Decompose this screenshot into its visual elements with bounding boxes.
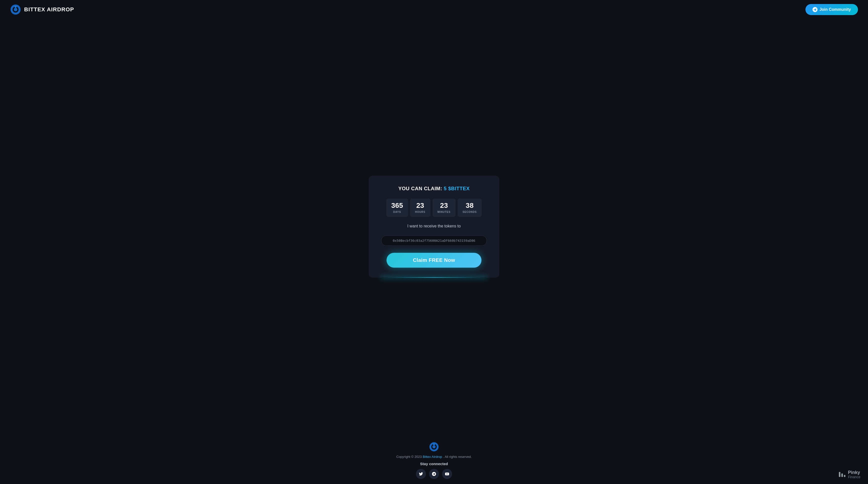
- claim-button[interactable]: Claim FREE Now: [386, 253, 482, 268]
- copyright-text: Copyright © 2023: [396, 455, 422, 459]
- svg-rect-8: [839, 472, 840, 477]
- claim-amount: 5 $BITTEX: [444, 186, 470, 191]
- svg-point-2: [14, 8, 17, 11]
- svg-point-3: [14, 6, 17, 8]
- telegram-icon: [812, 7, 817, 12]
- svg-rect-10: [844, 475, 845, 477]
- hours-block: 23 HOURS: [410, 199, 431, 217]
- seconds-value: 38: [466, 202, 473, 209]
- join-btn-label: Join Community: [819, 7, 851, 12]
- days-value: 365: [391, 202, 403, 209]
- wallet-address: 0x50Becbf36c03a2f75600A21aDF660b743159aD…: [381, 236, 487, 246]
- join-community-button[interactable]: Join Community: [805, 4, 858, 15]
- minutes-label: MINUTES: [437, 211, 451, 213]
- pinky-icon: [838, 471, 846, 478]
- navbar: BITTEX AIRDROP Join Community: [0, 0, 868, 19]
- telegram-button[interactable]: [429, 469, 439, 479]
- youtube-icon: [445, 472, 449, 476]
- days-block: 365 DAYS: [386, 199, 408, 217]
- hours-label: HOURS: [415, 211, 426, 213]
- minutes-value: 23: [440, 202, 448, 209]
- brand-logo: [10, 4, 21, 15]
- pinky-name: Pinky: [848, 470, 861, 475]
- twitter-button[interactable]: [416, 469, 426, 479]
- brand-link[interactable]: Bittex Airdrop: [423, 455, 442, 459]
- hours-value: 23: [416, 202, 424, 209]
- claim-prefix: YOU CAN CLAIM:: [398, 186, 442, 191]
- minutes-block: 23 MINUTES: [433, 199, 456, 217]
- main-content: YOU CAN CLAIM: 5 $BITTEX 365 DAYS 23 HOU…: [0, 19, 868, 434]
- pinky-sub: Finance: [848, 475, 861, 479]
- footer: Copyright © 2023 Bittex Airdrop . All ri…: [0, 434, 868, 484]
- brand: BITTEX AIRDROP: [10, 4, 74, 15]
- seconds-block: 38 SECONDS: [458, 199, 482, 217]
- footer-copyright: Copyright © 2023 Bittex Airdrop . All ri…: [396, 455, 472, 459]
- pinky-text: Pinky Finance: [848, 470, 861, 479]
- social-links: [416, 469, 452, 479]
- svg-point-7: [433, 443, 435, 445]
- copyright-suffix: . All rights reserved.: [443, 455, 472, 459]
- airdrop-card: YOU CAN CLAIM: 5 $BITTEX 365 DAYS 23 HOU…: [369, 176, 499, 278]
- svg-rect-9: [841, 474, 843, 477]
- receive-text: I want to receive the tokens to: [407, 224, 461, 229]
- days-label: DAYS: [393, 211, 401, 213]
- footer-logo: [429, 442, 439, 452]
- countdown: 365 DAYS 23 HOURS 23 MINUTES 38 SECONDS: [386, 199, 482, 217]
- stay-connected-text: Stay connected: [420, 462, 448, 466]
- twitter-icon: [419, 472, 423, 476]
- youtube-button[interactable]: [442, 469, 452, 479]
- svg-point-6: [433, 445, 436, 449]
- pinky-watermark: Pinky Finance: [838, 470, 861, 479]
- brand-name: BITTEX AIRDROP: [24, 6, 74, 13]
- telegram-social-icon: [432, 472, 436, 476]
- seconds-label: SECONDS: [463, 211, 477, 213]
- claim-heading: YOU CAN CLAIM: 5 $BITTEX: [398, 186, 470, 191]
